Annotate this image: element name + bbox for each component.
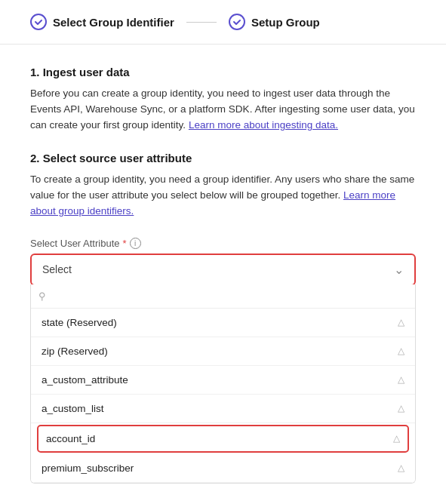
type-icon: △ (398, 374, 404, 385)
section-ingest: 1. Ingest user data Before you can creat… (30, 66, 416, 134)
section-select-body: To create a group identity, you need a g… (30, 172, 416, 220)
type-icon: △ (393, 433, 400, 444)
search-icon: ⚲ (38, 290, 46, 302)
item-name: a_custom_list (42, 403, 104, 414)
section-select-title: 2. Select source user attribute (30, 152, 416, 164)
list-item[interactable]: premium_subscriber △ (31, 454, 415, 483)
field-label-row: Select User Attribute * i (30, 238, 416, 249)
type-icon: △ (398, 403, 404, 413)
dropdown-menu: ⚲ state (Reserved) △ zip (Reserved) △ a_… (30, 284, 416, 484)
item-name: account_id (46, 433, 95, 444)
list-item-account-id[interactable]: account_id △ (37, 425, 409, 453)
section-ingest-title: 1. Ingest user data (30, 66, 416, 78)
item-name: zip (Reserved) (42, 346, 108, 357)
step-2-circle (229, 14, 245, 30)
step-1: Select Group Identifier (30, 14, 174, 30)
dropdown-search-input[interactable] (51, 290, 408, 302)
type-icon: △ (398, 317, 404, 327)
select-placeholder: Select (42, 263, 72, 275)
required-indicator: * (123, 238, 127, 249)
type-icon: △ (398, 463, 404, 473)
stepper: Select Group Identifier Setup Group (0, 0, 446, 45)
dropdown-items-list: state (Reserved) △ zip (Reserved) △ a_cu… (31, 309, 415, 483)
field-label-text: Select User Attribute (30, 238, 120, 249)
section-select-attribute: 2. Select source user attribute To creat… (30, 152, 416, 220)
item-name: premium_subscriber (42, 463, 134, 474)
step-2-label: Setup Group (251, 16, 320, 29)
list-item[interactable]: a_custom_attribute △ (31, 366, 415, 395)
item-name: a_custom_attribute (42, 374, 128, 386)
dropdown-search-row: ⚲ (31, 284, 415, 309)
list-item[interactable]: zip (Reserved) △ (31, 337, 415, 366)
chevron-down-icon: ⌄ (394, 263, 404, 277)
step-2: Setup Group (229, 14, 320, 30)
select-dropdown-trigger[interactable]: Select ⌄ (30, 254, 416, 286)
step-1-label: Select Group Identifier (53, 16, 174, 29)
main-content: 1. Ingest user data Before you can creat… (0, 45, 446, 502)
ingest-learn-more-link[interactable]: Learn more about ingesting data. (189, 119, 338, 131)
list-item[interactable]: a_custom_list △ (31, 395, 415, 423)
info-icon[interactable]: i (130, 238, 141, 249)
item-name: state (Reserved) (42, 317, 117, 328)
type-icon: △ (398, 346, 404, 356)
list-item[interactable]: state (Reserved) △ (31, 309, 415, 337)
step-1-circle (30, 14, 47, 30)
section-ingest-body: Before you can create a group identity, … (30, 86, 416, 134)
step-divider (186, 22, 217, 23)
